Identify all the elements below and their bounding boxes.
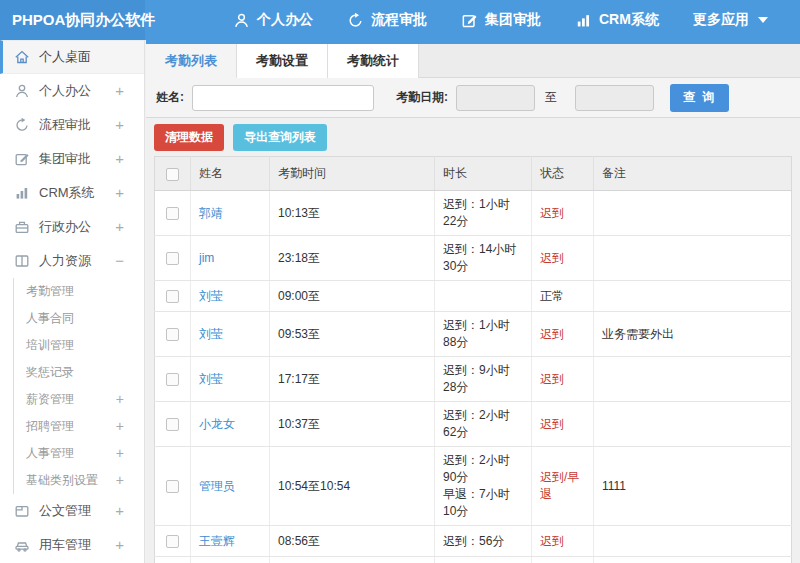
employee-name-link[interactable]: jim bbox=[199, 251, 214, 265]
row-checkbox[interactable] bbox=[166, 373, 179, 386]
status-badge: 迟到 bbox=[532, 312, 594, 357]
employee-name-link[interactable]: 刘莹 bbox=[199, 289, 223, 303]
duration: 迟到：2小时90分 早退：7小时10分 bbox=[435, 447, 532, 526]
row-checkbox[interactable] bbox=[166, 252, 179, 265]
sidebar-item-label: 行政办公 bbox=[39, 210, 91, 244]
employee-name-link[interactable]: 刘莹 bbox=[199, 372, 223, 386]
filter-bar: 姓名: 考勤日期: 至 查 询 bbox=[146, 78, 800, 118]
sidebar-item-label: 公文管理 bbox=[39, 494, 91, 528]
sidebar-subitem-base-category-settings[interactable]: 基础类别设置 + bbox=[14, 467, 144, 494]
employee-name-link[interactable]: 郭靖 bbox=[199, 206, 223, 220]
expand-plus-icon[interactable]: + bbox=[116, 467, 124, 494]
date-label: 考勤日期: bbox=[396, 89, 448, 106]
sidebar-item-personal-office[interactable]: 个人办公 + bbox=[0, 74, 144, 108]
expand-plus-icon[interactable]: + bbox=[115, 74, 124, 108]
row-checkbox[interactable] bbox=[166, 328, 179, 341]
nav-crm-system[interactable]: CRM系统 bbox=[575, 11, 659, 29]
date-end-input[interactable] bbox=[575, 85, 654, 111]
duration: 迟到：1小时88分 bbox=[435, 312, 532, 357]
duration: 迟到：2小时62分 bbox=[435, 402, 532, 447]
expand-plus-icon[interactable]: + bbox=[115, 528, 124, 562]
sidebar-subitem-recruitment-management[interactable]: 招聘管理 + bbox=[14, 413, 144, 440]
employee-name-link[interactable]: 王壹辉 bbox=[199, 534, 235, 548]
tab-bar: 考勤列表 考勤设置 考勤统计 bbox=[146, 44, 800, 78]
collapse-minus-icon[interactable]: − bbox=[115, 244, 124, 278]
row-checkbox[interactable] bbox=[166, 207, 179, 220]
sidebar-subitem-hr-contracts[interactable]: 人事合同 bbox=[14, 305, 144, 332]
row-checkbox[interactable] bbox=[166, 480, 179, 493]
note bbox=[594, 191, 792, 236]
sidebar-item-label: 用车管理 bbox=[39, 528, 91, 562]
employee-name-link[interactable]: 管理员 bbox=[199, 479, 235, 493]
person-icon bbox=[233, 12, 250, 29]
sidebar-item-personal-desktop[interactable]: 个人桌面 bbox=[0, 40, 144, 74]
expand-plus-icon[interactable]: + bbox=[115, 176, 124, 210]
nav-label: CRM系统 bbox=[599, 11, 659, 29]
col-header-status: 状态 bbox=[532, 157, 594, 191]
sub-item-label: 人事管理 bbox=[26, 446, 74, 460]
duration: 迟到：56分 bbox=[435, 526, 532, 557]
tab-attendance-statistics[interactable]: 考勤统计 bbox=[328, 44, 419, 78]
expand-plus-icon[interactable]: + bbox=[115, 494, 124, 528]
tab-attendance-list[interactable]: 考勤列表 bbox=[146, 44, 237, 78]
clean-data-button[interactable]: 清理数据 bbox=[154, 124, 224, 151]
status-badge: 迟到 bbox=[532, 357, 594, 402]
attendance-time: 23:18至 bbox=[270, 236, 435, 281]
status-badge: 迟到 bbox=[532, 402, 594, 447]
sidebar-item-vehicle-management[interactable]: 用车管理 + bbox=[0, 528, 144, 562]
status-badge: 迟到 bbox=[532, 236, 594, 281]
document-icon bbox=[14, 503, 30, 519]
date-start-input[interactable] bbox=[456, 85, 535, 111]
employee-name-link[interactable]: 刘莹 bbox=[199, 327, 223, 341]
nav-label: 集团审批 bbox=[485, 11, 541, 29]
expand-plus-icon[interactable]: + bbox=[116, 386, 124, 413]
name-input[interactable] bbox=[192, 85, 374, 111]
expand-plus-icon[interactable]: + bbox=[115, 142, 124, 176]
sidebar-subitem-salary-management[interactable]: 薪资管理 + bbox=[14, 386, 144, 413]
row-checkbox[interactable] bbox=[166, 418, 179, 431]
nav-personal-office[interactable]: 个人办公 bbox=[233, 11, 313, 29]
name-label: 姓名: bbox=[156, 89, 184, 106]
sub-item-label: 奖惩记录 bbox=[26, 365, 74, 379]
sidebar-subitem-attendance-management[interactable]: 考勤管理 bbox=[14, 278, 144, 305]
sub-item-label: 基础类别设置 bbox=[26, 473, 98, 487]
car-icon bbox=[14, 537, 30, 553]
row-checkbox[interactable] bbox=[166, 535, 179, 548]
select-all-checkbox[interactable] bbox=[166, 168, 179, 181]
expand-plus-icon[interactable]: + bbox=[115, 108, 124, 142]
attendance-time: 09:00至 bbox=[270, 281, 435, 312]
note bbox=[594, 236, 792, 281]
export-list-button[interactable]: 导出查询列表 bbox=[233, 124, 327, 151]
expand-plus-icon[interactable]: + bbox=[116, 440, 124, 467]
attendance-time: 13:20至13:20 bbox=[270, 557, 435, 563]
sidebar-item-human-resources[interactable]: 人力资源 − bbox=[0, 244, 144, 278]
sidebar-item-workflow-approval[interactable]: 流程审批 + bbox=[0, 108, 144, 142]
sidebar-subitem-personnel-management[interactable]: 人事管理 + bbox=[14, 440, 144, 467]
sidebar-item-crm-system[interactable]: CRM系统 + bbox=[0, 176, 144, 210]
duration: 迟到：5小时33分 早退：4小时67分 bbox=[435, 557, 532, 563]
flow-arrow-icon bbox=[347, 12, 364, 29]
attendance-time: 08:56至 bbox=[270, 526, 435, 557]
row-checkbox[interactable] bbox=[166, 290, 179, 303]
nav-group-approval[interactable]: 集团审批 bbox=[461, 11, 541, 29]
nav-more-apps[interactable]: 更多应用 bbox=[693, 11, 768, 29]
attendance-time: 09:53至 bbox=[270, 312, 435, 357]
note bbox=[594, 526, 792, 557]
tab-attendance-settings[interactable]: 考勤设置 bbox=[237, 44, 328, 78]
sidebar-item-group-approval[interactable]: 集团审批 + bbox=[0, 142, 144, 176]
sidebar-item-document-management[interactable]: 公文管理 + bbox=[0, 494, 144, 528]
top-nav: 个人办公 流程审批 集团审批 CRM系统 更多应用 bbox=[233, 0, 800, 40]
employee-name-link[interactable]: 小龙女 bbox=[199, 417, 235, 431]
sidebar-item-label: 个人桌面 bbox=[39, 40, 91, 74]
sidebar-subitem-rewards-records[interactable]: 奖惩记录 bbox=[14, 359, 144, 386]
nav-workflow-approval[interactable]: 流程审批 bbox=[347, 11, 427, 29]
col-header-duration: 时长 bbox=[435, 157, 532, 191]
sidebar-item-admin-office[interactable]: 行政办公 + bbox=[0, 210, 144, 244]
attendance-table: 姓名 考勤时间 时长 状态 备注 郭靖 10:13至 迟到：1小时22分 迟到 bbox=[154, 156, 792, 563]
expand-plus-icon[interactable]: + bbox=[115, 210, 124, 244]
search-button[interactable]: 查 询 bbox=[670, 84, 729, 112]
expand-plus-icon[interactable]: + bbox=[116, 413, 124, 440]
duration: 迟到：14小时30分 bbox=[435, 236, 532, 281]
col-header-time: 考勤时间 bbox=[270, 157, 435, 191]
sidebar-subitem-training-management[interactable]: 培训管理 bbox=[14, 332, 144, 359]
